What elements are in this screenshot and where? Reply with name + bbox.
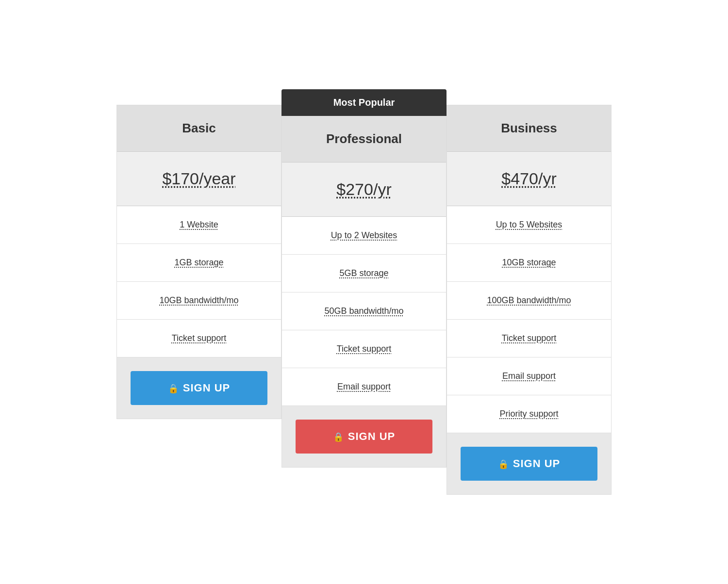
plan-header-basic: Basic [117,105,281,152]
plan-name-business: Business [457,121,601,136]
plan-feature-business-0: Up to 5 Websites [447,206,611,244]
plan-wrapper-professional: Most PopularProfessional$270/yrUp to 2 W… [281,89,447,468]
plan-price-basic: $170/year [127,169,271,188]
signup-button-business[interactable]: 🔒SIGN UP [461,447,597,481]
signup-button-label-business: SIGN UP [513,457,560,470]
signup-button-label-basic: SIGN UP [183,382,230,394]
plan-feature-basic-1: 1GB storage [117,244,281,282]
plan-wrapper-basic: Basic$170/year1 Website1GB storage10GB b… [116,89,281,419]
plan-feature-basic-0: 1 Website [117,206,281,244]
plan-header-professional: Professional [282,116,446,162]
plan-card-business: Business$470/yrUp to 5 Websites10GB stor… [447,105,612,495]
plan-name-basic: Basic [127,121,271,136]
most-popular-badge: Most Popular [281,89,447,116]
plan-card-basic: Basic$170/year1 Website1GB storage10GB b… [116,105,281,419]
plan-wrapper-business: Business$470/yrUp to 5 Websites10GB stor… [447,89,612,495]
plan-feature-business-5: Priority support [447,395,611,433]
plan-feature-business-3: Ticket support [447,320,611,357]
lock-icon: 🔒 [498,459,509,470]
pricing-container: Basic$170/year1 Website1GB storage10GB b… [116,70,612,514]
plan-feature-professional-1: 5GB storage [282,255,446,292]
plan-header-business: Business [447,105,611,152]
signup-button-professional[interactable]: 🔒SIGN UP [296,420,432,454]
plan-feature-basic-2: 10GB bandwidth/mo [117,282,281,320]
signup-button-basic[interactable]: 🔒SIGN UP [131,371,267,405]
plan-card-professional: Professional$270/yrUp to 2 Websites5GB s… [281,116,447,468]
plan-price-professional: $270/yr [292,180,436,199]
plan-price-section-business: $470/yr [447,152,611,206]
signup-button-label-professional: SIGN UP [348,430,395,442]
lock-icon: 🔒 [168,383,179,394]
plan-feature-professional-0: Up to 2 Websites [282,217,446,255]
plan-feature-business-1: 10GB storage [447,244,611,282]
plan-feature-professional-3: Ticket support [282,330,446,368]
plan-feature-professional-4: Email support [282,368,446,406]
plan-feature-business-4: Email support [447,357,611,395]
plan-feature-professional-2: 50GB bandwidth/mo [282,292,446,330]
plan-cta-professional: 🔒SIGN UP [282,406,446,467]
plan-feature-basic-3: Ticket support [117,320,281,357]
plan-cta-basic: 🔒SIGN UP [117,357,281,419]
plan-feature-business-2: 100GB bandwidth/mo [447,282,611,320]
plan-price-section-basic: $170/year [117,152,281,206]
plan-price-section-professional: $270/yr [282,162,446,217]
plan-price-business: $470/yr [457,169,601,188]
lock-icon: 🔒 [333,432,344,442]
plan-cta-business: 🔒SIGN UP [447,433,611,494]
plan-name-professional: Professional [292,131,436,146]
